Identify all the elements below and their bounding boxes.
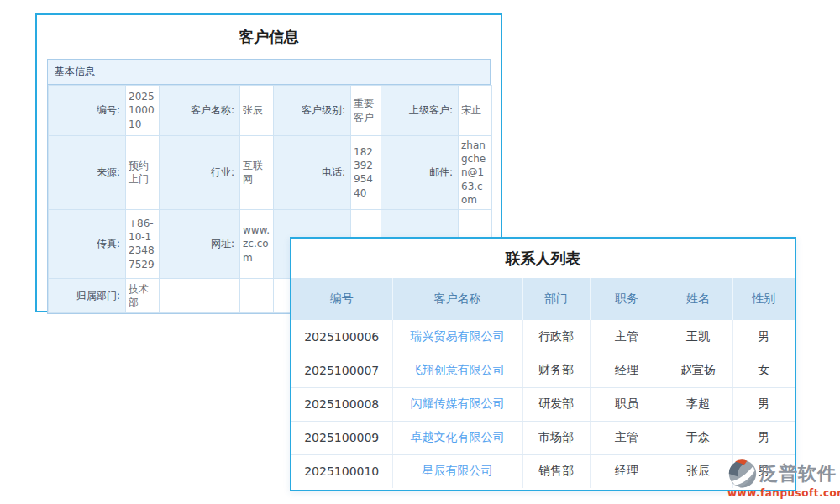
table-row: 2025100007飞翔创意有限公司财务部经理赵宣扬女 [291,354,795,387]
empty-cell [240,278,274,312]
cell-position: 经理 [590,354,664,387]
column-header-name: 姓名 [664,278,732,320]
field-value-parent-customer: 宋止 [459,86,492,136]
form-row: 来源: 预约上门 行业: 互联网 电话: 18239295440 邮件: zha… [49,136,492,210]
field-value-customer-level: 重要客户 [351,86,381,136]
cell-customer-name[interactable]: 闪耀传媒有限公司 [392,387,522,421]
field-label-department: 归属部门: [49,278,126,312]
column-header-customer-name: 客户名称 [392,278,522,320]
table-row: 2025100006瑞兴贸易有限公司行政部主管王凯男 [291,320,795,354]
cell-department: 研发部 [522,387,590,421]
form-row: 编号: 2025100010 客户名称: 张辰 客户级别: 重要客户 上级客户:… [49,86,492,136]
cell-department: 行政部 [522,320,590,354]
field-label-email: 邮件: [381,136,459,210]
watermark-url: www.fanpusoft.com [727,487,840,499]
field-value-source: 预约上门 [126,136,160,210]
field-label-number: 编号: [49,86,126,136]
customer-info-title: 客户信息 [37,15,501,59]
basic-info-header: 基本信息 [48,60,490,85]
field-label-customer-name: 客户名称: [160,86,240,136]
cell-customer-name[interactable]: 卓越文化有限公司 [392,421,522,454]
field-value-fax: +86-10-123487529 [126,209,160,278]
field-label-fax: 传真: [49,209,126,278]
cell-position: 经理 [590,454,664,488]
cell-number: 2025100010 [291,454,392,488]
customer-name-link[interactable]: 闪耀传媒有限公司 [411,396,505,410]
contact-list-panel: 联系人列表 编号 客户名称 部门 职务 姓名 性别 2025100006瑞兴贸易… [290,237,796,491]
cell-position: 主管 [590,421,664,454]
cell-department: 市场部 [522,421,590,454]
field-value-industry: 互联网 [240,136,274,210]
contact-list-title: 联系人列表 [291,239,795,278]
column-header-department: 部门 [522,278,590,320]
empty-cell [160,278,240,312]
table-row: 2025100009卓越文化有限公司市场部主管于森男 [291,421,795,454]
field-value-department: 技术部 [126,278,160,312]
customer-name-link[interactable]: 卓越文化有限公司 [411,430,505,444]
column-header-number: 编号 [291,278,392,320]
cell-number: 2025100008 [291,387,392,421]
column-header-position: 职务 [590,278,664,320]
customer-name-link[interactable]: 飞翔创意有限公司 [411,363,505,376]
cell-position: 主管 [590,320,664,354]
cell-name: 李超 [664,387,732,421]
watermark-brand: 泛普软件 [759,461,837,486]
cell-customer-name[interactable]: 星辰有限公司 [392,454,522,488]
field-label-customer-level: 客户级别: [274,86,351,136]
fanpu-logo-icon [727,459,758,489]
customer-name-link[interactable]: 星辰有限公司 [423,464,493,477]
cell-position: 职员 [590,387,664,421]
field-value-customer-name: 张辰 [240,86,274,136]
cell-name: 王凯 [664,320,732,354]
field-label-website: 网址: [160,209,240,278]
table-row: 2025100010星辰有限公司销售部经理张辰男 [291,454,795,488]
field-label-industry: 行业: [160,136,240,210]
desktop: { "customer_info": { "title": "客户信息", "s… [0,0,840,504]
cell-gender: 男 [732,320,795,354]
cell-number: 2025100009 [291,421,392,454]
table-header-row: 编号 客户名称 部门 职务 姓名 性别 [291,278,795,320]
cell-customer-name[interactable]: 飞翔创意有限公司 [392,354,522,387]
field-value-phone: 18239295440 [351,136,381,210]
field-value-email: zhangchen@163.com [459,136,492,210]
cell-department: 销售部 [522,454,590,488]
cell-name: 于森 [664,421,732,454]
cell-name: 赵宣扬 [664,354,732,387]
customer-name-link[interactable]: 瑞兴贸易有限公司 [411,329,505,343]
cell-department: 财务部 [522,354,590,387]
field-label-phone: 电话: [274,136,351,210]
field-label-source: 来源: [49,136,126,210]
contact-list-table: 编号 客户名称 部门 职务 姓名 性别 2025100006瑞兴贸易有限公司行政… [291,278,795,488]
field-value-website: www.zc.com [240,209,274,278]
column-header-gender: 性别 [732,278,795,320]
watermark: 泛普软件 www.fanpusoft.com [727,459,840,499]
table-row: 2025100008闪耀传媒有限公司研发部职员李超男 [291,387,795,421]
cell-gender: 女 [732,354,795,387]
cell-number: 2025100006 [291,320,392,354]
cell-gender: 男 [732,387,795,421]
cell-number: 2025100007 [291,354,392,387]
cell-customer-name[interactable]: 瑞兴贸易有限公司 [392,320,522,354]
field-label-parent-customer: 上级客户: [381,86,459,136]
cell-gender: 男 [732,421,795,454]
contact-rows: 2025100006瑞兴贸易有限公司行政部主管王凯男2025100007飞翔创意… [291,320,795,488]
cell-name: 张辰 [664,454,732,488]
field-value-number: 2025100010 [126,86,160,136]
